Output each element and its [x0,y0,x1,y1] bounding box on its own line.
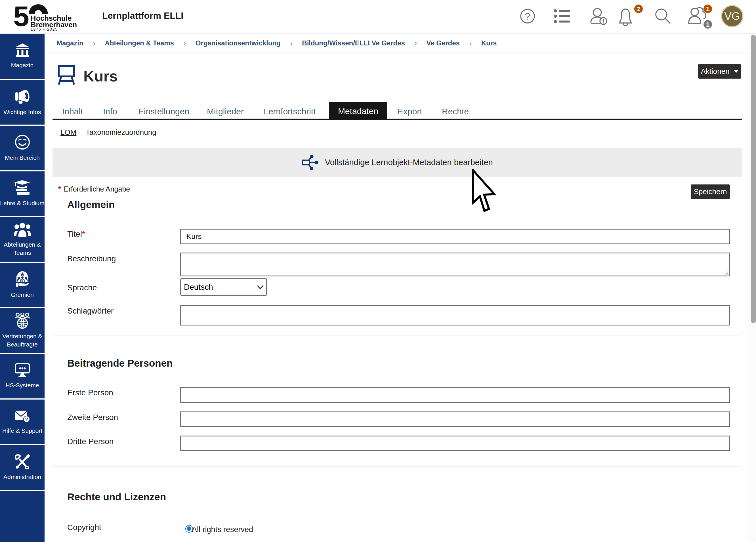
svg-text:1: 1 [706,21,709,28]
svg-text:1: 1 [706,5,709,12]
svg-text:1975 – 2025: 1975 – 2025 [31,27,58,31]
svg-text:?: ? [25,417,28,422]
svg-text:2: 2 [637,5,640,12]
svg-text:?: ? [525,11,530,22]
svg-text:5: 5 [13,3,29,31]
svg-text:VG: VG [725,10,740,22]
